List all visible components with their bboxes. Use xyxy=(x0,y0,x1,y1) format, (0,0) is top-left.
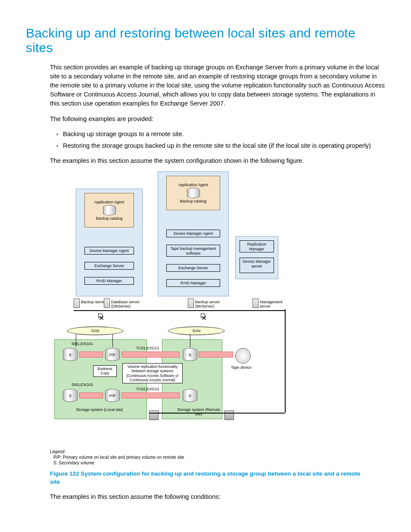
app-agent-local: Application Agent Backup catalog xyxy=(84,193,134,227)
exchange-server-local: Exchange Server xyxy=(84,262,134,270)
examples-intro: The following examples are provided: xyxy=(50,115,385,124)
to-tape-arrow-icon xyxy=(199,352,233,358)
exchange-server-remote: Exchange Server xyxy=(166,264,220,272)
diagram-legend: Legend: P/P: Primary volume on local sit… xyxy=(50,449,385,466)
vol-repl-box: Volume replication functionality between… xyxy=(122,363,183,383)
db-server-label: Database server (DBServer) xyxy=(111,300,150,308)
figure-caption: Figure 122 System configuration for back… xyxy=(50,470,361,486)
backup-catalog-label: Backup catalog xyxy=(96,216,123,221)
backup-server-left-label: Backup server xyxy=(81,300,106,304)
si01-label: SI01,EXG01 xyxy=(72,342,93,346)
primary-vol: P/P xyxy=(105,348,120,361)
storage-remote-label: Storage system (Remote site) xyxy=(175,408,222,416)
app-agent-remote: Application Agent Backup catalog xyxy=(166,176,220,210)
san-local: SAN xyxy=(67,327,123,335)
business-copy-box: Business Copy xyxy=(93,365,117,376)
device-manager-server: Device Manager server xyxy=(240,258,274,273)
tape-device-label: Tape device xyxy=(231,365,252,370)
list-item: Backing up storage groups to a remote si… xyxy=(63,130,385,139)
secondary-vol: S xyxy=(63,389,78,402)
mgmt-line xyxy=(149,413,285,414)
primary-vol: P/P xyxy=(105,389,120,402)
mgmt-line xyxy=(285,309,286,413)
raid-icon xyxy=(224,411,234,420)
dev-mgr-agent-local: Device Manager Agent xyxy=(84,247,134,255)
tc01-label: TC01,EXG11 xyxy=(136,346,159,350)
si02-label: SI02,EXG02 xyxy=(72,383,93,387)
config-intro: The examples in this section assume the … xyxy=(50,156,385,165)
legend-s: S: Secondary volume xyxy=(50,460,385,466)
conditions-intro: The examples in this section assume the … xyxy=(50,492,385,501)
storage-local-label: Storage system (Local site) xyxy=(76,408,123,412)
list-item: Restoring the storage groups backed up i… xyxy=(63,141,385,150)
examples-list: Backing up storage groups to a remote si… xyxy=(50,130,385,150)
legend-pp: P/P: Primary volume on local site and pr… xyxy=(50,454,385,460)
secondary-vol: S xyxy=(183,348,197,361)
san-remote: SAN xyxy=(168,327,224,335)
catalog-icon xyxy=(187,188,200,198)
raid-icon xyxy=(149,411,159,420)
replication-arrow-icon xyxy=(79,392,103,398)
raid-manager-remote: RAID Manager xyxy=(166,279,220,287)
backup-catalog-label: Backup catalog xyxy=(180,199,207,203)
switch-icon: ✕ xyxy=(98,314,103,318)
server-icon xyxy=(188,299,194,308)
server-icon xyxy=(104,299,110,308)
connector-line xyxy=(76,334,76,347)
dev-mgr-agent-remote: Device Manager Agent xyxy=(166,230,220,237)
system-diagram: Application Agent Backup catalog Device … xyxy=(50,171,385,466)
raid-manager-local: RAID Manager xyxy=(84,277,134,285)
network-line xyxy=(74,310,285,311)
tc02-label: TC02,EXG12 xyxy=(136,387,159,391)
server-icon xyxy=(74,299,80,308)
tape-icon xyxy=(235,348,251,364)
app-agent-label: Application Agent xyxy=(178,183,209,187)
connector-line xyxy=(112,334,113,347)
secondary-vol: S xyxy=(183,389,197,402)
server-icon xyxy=(252,299,258,308)
catalog-icon xyxy=(103,205,116,215)
page-title: Backing up and restoring between local s… xyxy=(26,26,385,55)
replication-manager: Replication Manager xyxy=(240,240,274,252)
tape-backup-sw: Tape backup management software xyxy=(166,245,220,257)
secondary-vol: S xyxy=(63,348,78,361)
intro-paragraph: This section provides an example of back… xyxy=(50,63,385,108)
mgmt-server-label: Management server xyxy=(260,300,294,308)
switch-icon: ✕ xyxy=(201,314,205,318)
replication-arrow-icon xyxy=(121,352,180,358)
legend-title: Legend: xyxy=(50,449,385,454)
replication-arrow-icon xyxy=(121,392,180,398)
replication-arrow-icon xyxy=(79,352,103,358)
bk-server-label: Backup server (BKServer) xyxy=(195,300,234,308)
app-agent-label: Application Agent xyxy=(94,200,125,204)
connector-line xyxy=(190,334,190,347)
